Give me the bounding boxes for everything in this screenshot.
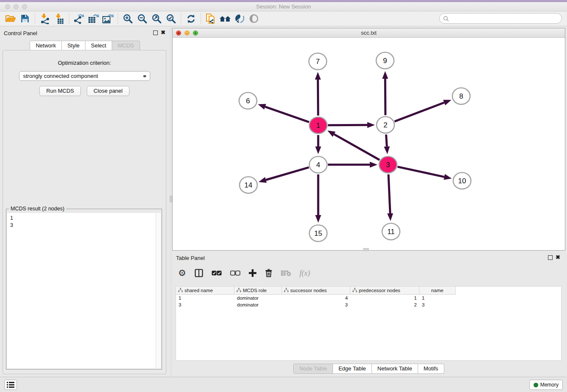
open-folder-icon[interactable] [3,12,18,25]
graph-node-4[interactable]: 4 [309,157,327,173]
task-history-button[interactable] [4,380,17,390]
window-resize-grip[interactable] [363,248,369,251]
tab-select[interactable]: Select [85,41,112,51]
export-network-icon[interactable] [72,12,86,25]
hide-panel-icon[interactable] [247,12,261,25]
graph-edge-1-7[interactable] [318,80,318,116]
graph-edge-3-11[interactable] [388,174,390,213]
svg-text:2: 2 [383,121,387,129]
graph-node-10[interactable]: 10 [453,173,471,189]
control-panel: Control Panel ✖ NetworkStyleSelectMCDS O… [0,26,170,377]
graph-node-14[interactable]: 14 [239,177,257,193]
search-icon [443,16,449,22]
graph-edge-1-2[interactable] [328,125,367,125]
delete-table-icon[interactable] [281,267,291,279]
save-icon[interactable] [18,12,32,25]
run-mcds-button[interactable]: Run MCDS [39,86,81,96]
table-cell: dominator [234,302,282,307]
graph-node-8[interactable]: 8 [452,88,470,105]
tab-network-table[interactable]: Network Table [372,364,418,374]
tab-edge-table[interactable]: Edge Table [333,364,372,374]
tab-node-table[interactable]: Node Table [293,364,333,374]
table-cell: 3 [282,302,350,307]
select-all-checkboxes-icon[interactable] [212,267,222,279]
optimization-criterion-select[interactable]: strongly connected component [19,71,150,81]
tab-motifs[interactable]: Motifs [418,364,444,374]
style-brush-icon[interactable] [232,12,247,25]
zoom-out-icon[interactable] [135,12,149,25]
result-scrollbar[interactable] [156,213,161,368]
column-header-name[interactable]: name [419,287,456,294]
select-stepper-icon [142,72,147,80]
table-cell: 3 [419,302,456,307]
graph-edge-3-1[interactable] [334,134,380,160]
graph-edge-2-9[interactable] [385,79,385,115]
function-builder-icon[interactable]: f(x) [300,267,310,279]
column-header-successor-nodes[interactable]: successor nodes [282,287,350,294]
svg-text:8: 8 [459,92,463,100]
close-panel-icon[interactable]: ✖ [556,254,560,260]
close-panel-icon[interactable]: ✖ [161,29,165,36]
export-table-icon[interactable] [86,12,101,25]
add-icon[interactable] [249,267,256,279]
column-label: MCDS role [243,288,267,293]
graph-node-9[interactable]: 9 [376,52,394,69]
memory-button[interactable]: Memory [529,380,563,390]
tab-mcds[interactable]: MCDS [112,41,140,51]
graph-edge-3-10[interactable] [397,167,444,177]
svg-text:7: 7 [316,58,319,66]
refresh-layout-icon[interactable] [184,12,198,25]
float-panel-icon[interactable] [548,255,553,260]
table-cell: 4 [282,295,350,301]
svg-text:11: 11 [387,228,395,236]
tree-sort-icon [178,288,183,293]
table-cell: 1 [419,295,456,301]
svg-text:15: 15 [314,229,322,237]
clear-checkboxes-icon[interactable] [230,267,240,279]
clone-network-icon[interactable] [204,12,218,25]
table-row[interactable]: 3dominator323 [176,301,561,308]
zoom-in-icon[interactable] [121,12,135,25]
graph-node-3[interactable]: 3 [379,157,397,173]
tab-network[interactable]: Network [30,41,62,51]
graph-edge-4-14[interactable] [266,167,309,180]
network-window-titlebar[interactable]: ✕ – + scc.txt [173,28,565,38]
mcds-result-text: 1 3 [7,213,161,229]
zoom-selected-icon[interactable] [164,12,178,25]
tab-style[interactable]: Style [62,41,85,51]
search-input[interactable] [449,14,561,23]
search-field[interactable] [439,13,562,24]
memory-status-icon [534,383,538,387]
graph-edge-2-3[interactable] [386,135,387,146]
graph-edge-2-8[interactable] [395,102,444,121]
column-header-shared-name[interactable]: shared name [176,287,234,294]
close-panel-button[interactable]: Close panel [87,86,129,96]
memory-label: Memory [540,382,559,388]
toolbar-separator [69,13,69,24]
import-table-icon[interactable] [52,12,66,25]
graph-node-6[interactable]: 6 [239,93,257,109]
graph-node-1[interactable]: 1 [309,117,327,134]
export-image-icon[interactable] [101,12,115,25]
table-row[interactable]: 1dominator411 [176,295,561,301]
column-header-predecessor-nodes[interactable]: predecessor nodes [350,287,419,294]
column-header-MCDS-role[interactable]: MCDS role [234,287,282,294]
svg-text:10: 10 [458,177,466,185]
import-network-icon[interactable] [38,12,52,25]
node-table[interactable]: shared nameMCDS rolesuccessor nodesprede… [176,286,561,361]
graph-node-7[interactable]: 7 [309,53,327,70]
float-panel-icon[interactable] [153,30,158,35]
graph-node-2[interactable]: 2 [377,117,394,133]
gear-icon[interactable]: ⚙ [178,267,186,279]
zoom-fit-icon[interactable] [149,12,164,25]
table-header-row[interactable]: shared nameMCDS rolesuccessor nodesprede… [176,287,456,295]
graph-edge-1-6[interactable] [265,107,309,122]
network-overview-icon[interactable] [218,12,232,25]
graph-node-15[interactable]: 15 [309,225,327,242]
graph-node-11[interactable]: 11 [382,224,400,240]
column-label: successor nodes [290,288,327,293]
network-canvas[interactable]: 7968124314101511 [173,38,565,250]
delete-icon[interactable] [265,267,272,279]
split-columns-icon[interactable] [195,267,203,279]
mcds-result-area[interactable]: 1 3 [7,213,161,368]
